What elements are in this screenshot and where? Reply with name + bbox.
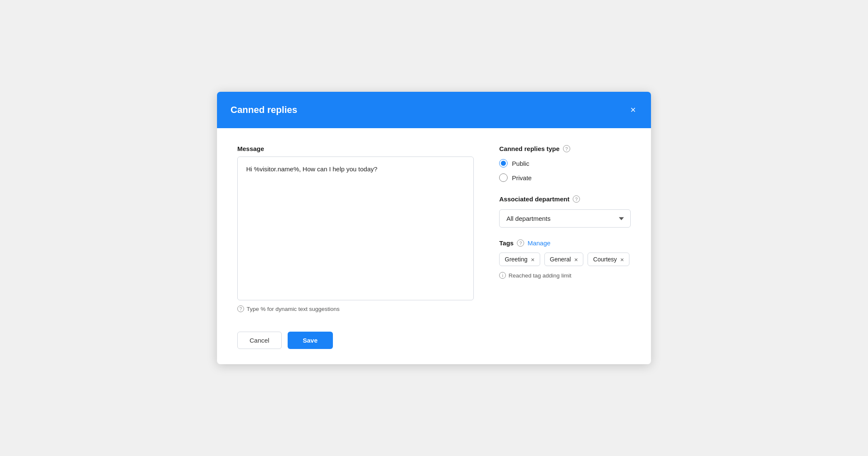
cancel-button[interactable]: Cancel <box>237 332 282 349</box>
dept-info-icon: ? <box>573 195 580 203</box>
tag-chip-general: General × <box>544 253 584 266</box>
radio-group: Public Private <box>499 159 631 182</box>
limit-text: Reached tag adding limit <box>508 272 571 279</box>
tag-remove-general[interactable]: × <box>574 256 578 263</box>
close-button[interactable]: × <box>629 104 637 116</box>
radio-public-label: Public <box>512 160 529 167</box>
canned-replies-modal: Canned replies × Message Hi %visitor.nam… <box>217 92 651 364</box>
radio-option-private[interactable]: Private <box>499 173 631 182</box>
tags-label: Tags <box>499 239 514 247</box>
dept-label-row: Associated department ? <box>499 195 631 203</box>
type-info-icon: ? <box>563 145 570 152</box>
type-label: Canned replies type <box>499 145 560 152</box>
type-label-row: Canned replies type ? <box>499 145 631 152</box>
message-label: Message <box>237 145 474 152</box>
tags-section: Tags ? Manage Greeting × General × Court… <box>499 239 631 279</box>
canned-replies-type-section: Canned replies type ? Public Private <box>499 145 631 195</box>
tag-limit-message: i Reached tag adding limit <box>499 272 631 279</box>
tags-container: Greeting × General × Courtesy × <box>499 253 631 266</box>
message-textarea[interactable]: Hi %visitor.name%, How can I help you to… <box>237 157 474 300</box>
hint-icon: ? <box>237 305 244 312</box>
dept-select-wrapper: All departments Sales Support Billing <box>499 209 631 228</box>
radio-option-public[interactable]: Public <box>499 159 631 168</box>
modal-body: Message Hi %visitor.name%, How can I hel… <box>217 128 651 327</box>
radio-private-label: Private <box>512 174 532 181</box>
radio-public[interactable] <box>499 159 508 168</box>
hint-text: Type % for dynamic text suggestions <box>247 306 340 312</box>
right-section: Canned replies type ? Public Private <box>499 145 631 312</box>
radio-private[interactable] <box>499 173 508 182</box>
manage-tags-link[interactable]: Manage <box>527 239 550 247</box>
dept-label: Associated department <box>499 195 569 203</box>
tags-info-icon: ? <box>517 239 524 247</box>
tag-chip-greeting: Greeting × <box>499 253 540 266</box>
hint-row: ? Type % for dynamic text suggestions <box>237 305 474 312</box>
modal-footer: Cancel Save <box>217 327 651 364</box>
tag-chip-courtesy: Courtesy × <box>588 253 629 266</box>
dept-select[interactable]: All departments Sales Support Billing <box>499 209 631 228</box>
department-section: Associated department ? All departments … <box>499 195 631 228</box>
tag-remove-greeting[interactable]: × <box>531 256 535 263</box>
limit-info-icon: i <box>499 272 506 279</box>
save-button[interactable]: Save <box>288 332 333 349</box>
tag-label-general: General <box>550 256 571 263</box>
tag-label-greeting: Greeting <box>505 256 527 263</box>
modal-title: Canned replies <box>231 104 297 115</box>
tags-label-row: Tags ? Manage <box>499 239 631 247</box>
left-section: Message Hi %visitor.name%, How can I hel… <box>237 145 474 312</box>
modal-header: Canned replies × <box>217 92 651 128</box>
tag-label-courtesy: Courtesy <box>593 256 617 263</box>
tag-remove-courtesy[interactable]: × <box>620 256 624 263</box>
